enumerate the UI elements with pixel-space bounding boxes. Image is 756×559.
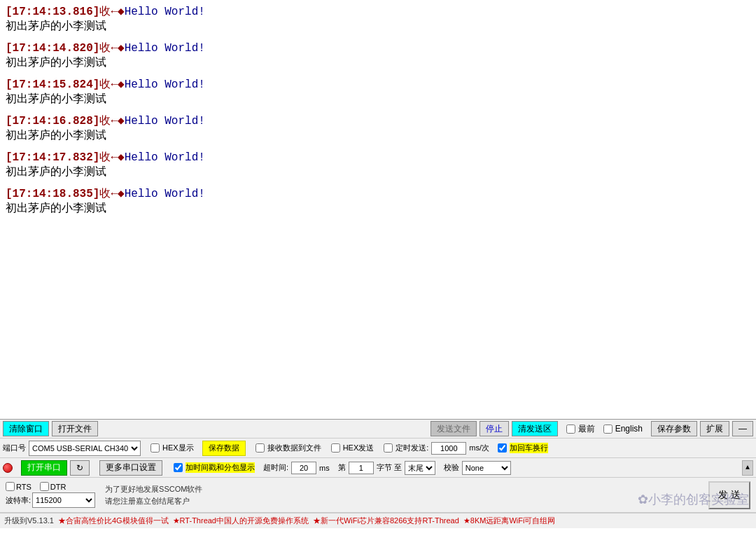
- interval-unit: ms/次: [469, 443, 489, 453]
- toolbar-row3: 打开串口 ↻ 更多串口设置 加时间戳和分包显示 超时间: ms 第 字节 至 末…: [0, 458, 756, 478]
- log-timestamp: [17:14:13.816]: [6, 6, 99, 18]
- rts-dtr-group: RTS DTR 波特率: 115200: [6, 482, 95, 508]
- log-arrow: 收←◆: [99, 151, 124, 164]
- dtr-label: DTR: [50, 483, 66, 491]
- carriage-return-checkbox[interactable]: [498, 443, 507, 453]
- hex-display-checkbox[interactable]: [150, 443, 160, 453]
- led-indicator: [3, 463, 13, 473]
- expand-button[interactable]: 扩展: [700, 421, 729, 436]
- serial-output[interactable]: [17:14:13.816]收←◆Hello World! 初出茅庐的小李测试 …: [0, 0, 756, 419]
- log-message: Hello World!: [125, 42, 205, 55]
- log-entry: [17:14:17.832]收←◆Hello World! 初出茅庐的小李测试: [6, 150, 750, 179]
- english-checkbox[interactable]: [603, 425, 612, 434]
- log-message: Hello World!: [125, 188, 205, 200]
- log-entry: [17:14:13.816]收←◆Hello World! 初出茅庐的小李测试: [6, 4, 750, 34]
- dtr-checkbox[interactable]: [40, 482, 49, 491]
- log-arrow: 收←◆: [99, 42, 124, 55]
- log-chinese: 初出茅庐的小李测试: [6, 92, 750, 106]
- checksum-label: 校验: [444, 462, 459, 473]
- rts-checkbox[interactable]: [6, 482, 15, 491]
- log-arrow: 收←◆: [99, 6, 124, 18]
- to-select[interactable]: 末尾: [405, 461, 435, 475]
- log-arrow: 收←◆: [99, 78, 124, 91]
- log-chinese: 初出茅庐的小李测试: [6, 19, 750, 34]
- timeout-label: 超时间:: [263, 462, 288, 473]
- interval-input[interactable]: [431, 442, 466, 455]
- carriage-return-label: 加回车换行: [510, 443, 548, 453]
- log-timestamp: [17:14:17.832]: [6, 151, 99, 164]
- rts-label: RTS: [16, 483, 31, 491]
- hex-send-label: HEX发送: [343, 443, 374, 453]
- status-item-2: ★RT-Thread中国人的开源免费操作系统: [173, 516, 309, 526]
- log-message: Hello World!: [125, 6, 205, 18]
- log-arrow: 收←◆: [99, 115, 124, 127]
- from-input[interactable]: [349, 462, 374, 474]
- save-params-button[interactable]: 保存参数: [651, 421, 697, 436]
- log-entry: [17:14:15.824]收←◆Hello World! 初出茅庐的小李测试: [6, 77, 750, 106]
- timestamp-checkbox[interactable]: [174, 463, 183, 472]
- log-message: Hello World!: [125, 151, 205, 164]
- from-label: 第: [338, 462, 346, 473]
- timeout-input[interactable]: [291, 462, 316, 474]
- log-entry: [17:14:16.828]收←◆Hello World! 初出茅庐的小李测试: [6, 113, 750, 143]
- clear-send-button[interactable]: 清发送区: [512, 421, 558, 436]
- log-chinese: 初出茅庐的小李测试: [6, 165, 750, 179]
- upgrade-label: 升级到V5.13.1: [4, 516, 54, 526]
- timeout-unit: ms: [319, 464, 330, 472]
- refresh-port-icon[interactable]: ↻: [70, 460, 90, 476]
- open-file-button[interactable]: 打开文件: [52, 421, 98, 436]
- log-timestamp: [17:14:18.835]: [6, 188, 99, 200]
- english-label: English: [615, 424, 643, 434]
- timed-send-label: 定时发送:: [396, 443, 428, 453]
- more-ports-button[interactable]: 更多串口设置: [99, 460, 162, 476]
- last-label: 最前: [578, 423, 595, 435]
- log-chinese: 初出茅庐的小李测试: [6, 201, 750, 216]
- log-entry: [17:14:14.820]收←◆Hello World! 初出茅庐的小李测试: [6, 41, 750, 70]
- log-chinese: 初出茅庐的小李测试: [6, 128, 750, 143]
- log-timestamp: [17:14:16.828]: [6, 115, 99, 127]
- statusbar: 升级到V5.13.1 ★合宙高性价比4G模块值得一试 ★RT-Thread中国人…: [0, 513, 756, 528]
- port-label: 端口号: [3, 443, 26, 453]
- toolbar-row1: 清除窗口 打开文件 发送文件 停止 清发送区 最前 English 保存参数 扩…: [0, 419, 756, 439]
- toolbar-row2: 端口号 COM5 USB-SERIAL CH340 HEX显示 保存数据 接收数…: [0, 439, 756, 458]
- baud-label: 波特率:: [6, 495, 31, 506]
- hex-send-checkbox[interactable]: [331, 443, 340, 453]
- status-item-1: ★合宙高性价比4G模块值得一试: [58, 516, 169, 526]
- timed-send-checkbox[interactable]: [384, 443, 393, 453]
- minus-button[interactable]: —: [732, 421, 753, 436]
- send-file-button[interactable]: 发送文件: [430, 421, 477, 436]
- timestamp-label: 加时间戳和分包显示: [186, 462, 255, 473]
- checksum-select[interactable]: None: [462, 461, 511, 475]
- recv-to-file-checkbox[interactable]: [255, 443, 265, 453]
- stop-button[interactable]: 停止: [479, 421, 509, 436]
- log-entry: [17:14:18.835]收←◆Hello World! 初出茅庐的小李测试: [6, 186, 750, 216]
- clear-window-button[interactable]: 清除窗口: [3, 421, 49, 436]
- main-display-wrapper: [17:14:13.816]收←◆Hello World! 初出茅庐的小李测试 …: [0, 0, 756, 419]
- port-select[interactable]: COM5 USB-SERIAL CH340: [29, 441, 141, 456]
- log-message: Hello World!: [125, 115, 205, 127]
- baud-select[interactable]: 115200: [32, 492, 95, 508]
- recv-to-file-label: 接收数据到文件: [267, 443, 321, 453]
- hex-display-label: HEX显示: [162, 443, 194, 453]
- status-item-3: ★新一代WiFi芯片兼容8266支持RT-Thread: [313, 516, 459, 526]
- log-timestamp: [17:14:14.820]: [6, 42, 99, 55]
- log-message: Hello World!: [125, 78, 205, 91]
- scroll-up-button[interactable]: ▲: [742, 460, 753, 476]
- send-row: RTS DTR 波特率: 115200 为了更好地发展SSCOM软件 请您注册嘉…: [0, 478, 756, 513]
- open-port-button[interactable]: 打开串口: [21, 460, 67, 476]
- registration-info: 为了更好地发展SSCOM软件 请您注册嘉立创结尾客户: [105, 483, 703, 506]
- byte-label: 字节 至: [377, 462, 402, 473]
- save-data-button[interactable]: 保存数据: [202, 441, 246, 456]
- last-checkbox[interactable]: [566, 425, 575, 434]
- log-chinese: 初出茅庐的小李测试: [6, 55, 750, 70]
- watermark: ✿小李的创客实验室: [638, 491, 749, 508]
- log-timestamp: [17:14:15.824]: [6, 78, 99, 91]
- status-item-4: ★8KM远距离WiFi可自组网: [463, 516, 556, 526]
- log-arrow: 收←◆: [99, 188, 124, 200]
